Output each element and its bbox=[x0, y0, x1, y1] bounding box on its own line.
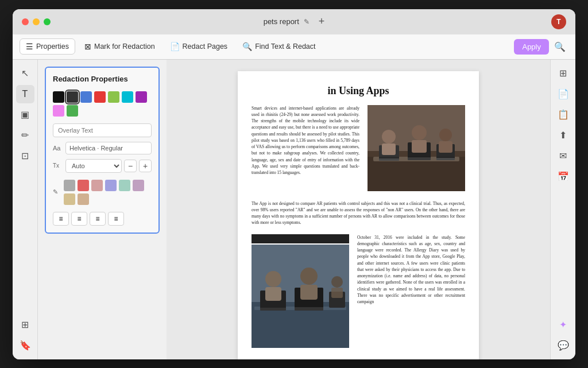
align-center-button[interactable]: ≡ bbox=[71, 212, 87, 226]
color-icon: ✎ bbox=[53, 188, 61, 196]
swatch-sm-mauve[interactable] bbox=[133, 180, 144, 191]
window-title: pets report bbox=[264, 17, 299, 26]
add-tab-button[interactable]: + bbox=[319, 16, 325, 28]
pdf-heading: in Using Apps bbox=[252, 85, 465, 97]
pdf-image-1 bbox=[368, 105, 465, 191]
svg-rect-24 bbox=[265, 287, 281, 301]
swatch-sm-gray[interactable] bbox=[64, 180, 75, 191]
redact-pages-button[interactable]: 📄 Redact Pages bbox=[164, 39, 234, 54]
swatch-violet[interactable] bbox=[53, 105, 64, 117]
swatch-sm-pink[interactable] bbox=[91, 180, 103, 191]
mark-for-redaction-label: Mark for Redaction bbox=[94, 42, 155, 51]
right-sidebar: ⊞ 📄 📋 ⬆ ✉ 📅 ✦ 💬 bbox=[550, 60, 575, 359]
svg-rect-28 bbox=[331, 288, 343, 298]
svg-point-27 bbox=[331, 276, 343, 288]
svg-rect-2 bbox=[373, 157, 459, 161]
pdf-image-placeholder-2 bbox=[252, 245, 349, 348]
pdf-paragraph-2: The App is not designed to compare AR pa… bbox=[252, 200, 465, 226]
svg-point-13 bbox=[439, 129, 452, 141]
find-text-redact-button[interactable]: 🔍 Find Text & Redact bbox=[237, 39, 321, 54]
mark-redaction-icon: ⊠ bbox=[84, 42, 91, 51]
svg-rect-26 bbox=[300, 285, 318, 300]
minimize-button[interactable] bbox=[33, 18, 40, 25]
mark-for-redaction-button[interactable]: ⊠ Mark for Redaction bbox=[79, 39, 161, 54]
text-icon[interactable]: T bbox=[16, 85, 34, 103]
size-select[interactable]: Auto bbox=[65, 159, 122, 173]
pdf-text-col-1: Smart devices and internet-based applica… bbox=[252, 105, 359, 191]
draw-icon[interactable]: ✏ bbox=[16, 126, 34, 145]
swatch-purple[interactable] bbox=[136, 91, 147, 103]
chat-icon[interactable]: 💬 bbox=[554, 336, 572, 355]
thumbnails-icon[interactable]: ⊞ bbox=[554, 64, 572, 83]
swatch-red[interactable] bbox=[94, 91, 106, 103]
pdf-two-col-1: Smart devices and internet-based applica… bbox=[252, 105, 465, 191]
swatch-sm-tan[interactable] bbox=[64, 193, 75, 205]
secondary-color-swatches bbox=[64, 180, 152, 205]
apply-button[interactable]: Apply bbox=[514, 39, 549, 55]
svg-point-23 bbox=[265, 271, 281, 287]
find-text-redact-label: Find Text & Redact bbox=[255, 42, 315, 51]
alignment-row: ≡ ≡ ≡ ≡ bbox=[53, 212, 152, 226]
swatch-sm-mint[interactable] bbox=[119, 180, 130, 191]
svg-point-11 bbox=[412, 125, 427, 140]
properties-button[interactable]: ☰ Properties bbox=[20, 38, 75, 55]
size-row: Tx Auto − + bbox=[53, 159, 152, 173]
properties-label: Properties bbox=[36, 42, 69, 51]
swatch-green[interactable] bbox=[108, 91, 119, 103]
traffic-lights bbox=[22, 18, 51, 25]
stamp-icon[interactable]: ⊞ bbox=[16, 316, 34, 334]
size-decrease-button[interactable]: − bbox=[124, 160, 137, 172]
close-button[interactable] bbox=[22, 18, 29, 25]
pdf-paragraph-3: October 31, 2016 were included in the st… bbox=[357, 234, 465, 305]
redaction-overlay bbox=[252, 234, 349, 243]
svg-rect-6 bbox=[408, 157, 431, 160]
document-list-icon[interactable]: 📄 bbox=[554, 85, 572, 103]
maximize-button[interactable] bbox=[44, 18, 51, 25]
svg-rect-8 bbox=[436, 158, 455, 160]
svg-point-9 bbox=[382, 130, 396, 144]
left-sidebar: ↖ T ▣ ✏ ⊡ ⊞ 🔖 bbox=[13, 60, 38, 359]
align-justify-button[interactable]: ≡ bbox=[108, 212, 124, 226]
calendar-icon[interactable]: 📅 bbox=[554, 168, 572, 186]
toolbar: ☰ Properties ⊠ Mark for Redaction 📄 Reda… bbox=[13, 34, 575, 60]
size-increase-button[interactable]: + bbox=[139, 160, 152, 172]
layers-icon[interactable]: 📋 bbox=[554, 106, 572, 124]
pdf-paragraph-1: Smart devices and internet-based applica… bbox=[252, 105, 359, 176]
highlight-icon[interactable]: ▣ bbox=[16, 106, 34, 124]
swatch-dark[interactable] bbox=[67, 91, 78, 103]
svg-rect-4 bbox=[379, 158, 399, 161]
avatar[interactable]: T bbox=[551, 14, 566, 29]
svg-rect-21 bbox=[295, 307, 323, 311]
font-select[interactable]: Helvetica · Regular bbox=[65, 142, 152, 154]
properties-icon: ☰ bbox=[26, 42, 33, 51]
content-area[interactable]: in Using Apps Smart devices and internet… bbox=[167, 60, 550, 359]
pdf-section-break: The App is not designed to compare AR pa… bbox=[252, 200, 465, 226]
ai-icon[interactable]: ✦ bbox=[554, 316, 572, 334]
overlay-text-input[interactable] bbox=[53, 123, 152, 137]
size-icon: Tx bbox=[53, 162, 63, 169]
swatch-lime[interactable] bbox=[67, 105, 78, 117]
redact-pages-icon: 📄 bbox=[170, 42, 180, 51]
redact-icon[interactable]: ⊡ bbox=[16, 147, 34, 165]
mail-icon[interactable]: ✉ bbox=[554, 147, 572, 165]
swatch-sm-lavender[interactable] bbox=[105, 180, 117, 191]
search-button[interactable]: 🔍 bbox=[551, 38, 568, 55]
bookmark-icon[interactable]: 🔖 bbox=[16, 336, 34, 355]
edit-title-icon[interactable]: ✎ bbox=[304, 18, 310, 26]
swatch-cyan[interactable] bbox=[122, 91, 133, 103]
swatch-sm-rose[interactable] bbox=[78, 180, 89, 191]
svg-rect-14 bbox=[439, 141, 452, 153]
swatch-blue[interactable] bbox=[80, 91, 92, 103]
share-icon[interactable]: ⬆ bbox=[554, 126, 572, 145]
pdf-image-placeholder-1 bbox=[368, 105, 465, 191]
properties-panel: Redaction Properties bbox=[45, 67, 160, 234]
find-text-icon: 🔍 bbox=[242, 42, 252, 51]
swatch-sm-sand[interactable] bbox=[78, 193, 89, 205]
properties-panel-wrapper: Redaction Properties bbox=[38, 60, 167, 359]
cursor-icon[interactable]: ↖ bbox=[16, 64, 34, 83]
svg-point-25 bbox=[300, 268, 318, 285]
align-right-button[interactable]: ≡ bbox=[90, 212, 106, 226]
svg-rect-12 bbox=[412, 140, 427, 153]
align-left-button[interactable]: ≡ bbox=[53, 212, 69, 226]
swatch-black[interactable] bbox=[53, 91, 64, 103]
